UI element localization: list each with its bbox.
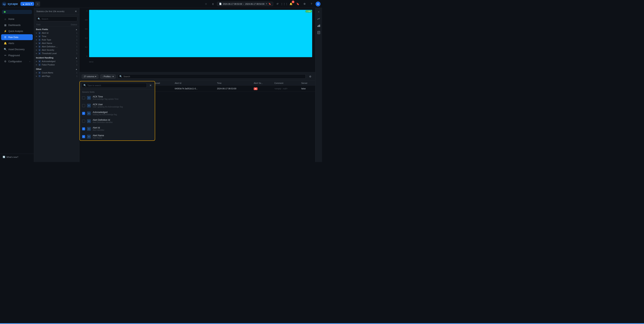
col-field-alert-name[interactable]: ♦ Alert Name Alert Name xyxy=(80,133,155,140)
help-button[interactable]: ? xyxy=(309,1,314,6)
col-field-alert-definition-id[interactable]: ♦ Alert Definition Id Alert Definition I… xyxy=(80,117,155,125)
stats-close-button[interactable]: ✕ xyxy=(75,10,77,13)
refresh-button[interactable]: ↺ xyxy=(275,1,280,6)
other-toggle[interactable]: ▲ xyxy=(76,68,78,70)
col-field-acknowledged[interactable]: ♦ Acknowledged Setting the Acknowledge f… xyxy=(80,110,155,117)
col-checkbox-ack-time[interactable] xyxy=(82,96,85,99)
sidebar-item-home[interactable]: ⌂ Home xyxy=(1,16,33,22)
list-item[interactable]: ▶ ♦ Threshold Level 1 xyxy=(34,52,79,55)
col-field-name: ACK Time xyxy=(93,96,152,98)
expand-icon: ▶ xyxy=(36,46,37,48)
list-item[interactable]: ▶ ♦ Acknowledged 1 xyxy=(34,60,79,63)
table-settings-button[interactable]: ⚙ xyxy=(308,74,313,79)
chart-y-labels: 1 0.8 0.6 0.4 0.2 0 xyxy=(82,10,88,57)
sidebar-item-dashboards[interactable]: ▦ Dashboards xyxy=(1,22,33,28)
list-item[interactable]: ▶ ♦ Time 1 xyxy=(34,35,79,38)
col-field-ack-user[interactable]: ♦ ACK User User updating the Acknowledge… xyxy=(80,102,155,110)
other-label: Other xyxy=(36,68,42,70)
list-item[interactable]: ▶ ♦ Count Alerts 1 xyxy=(34,71,79,74)
sidebar-item-asset-discovery[interactable]: 🔍 Asset Discovery xyxy=(1,46,33,52)
add-tab-button[interactable]: + xyxy=(35,2,40,6)
stats-header: Statistics (for first 10k records) ✕ xyxy=(34,8,79,15)
col-search-input[interactable] xyxy=(88,84,145,86)
chevron-up-button[interactable]: ^ xyxy=(316,10,322,15)
expand-icon: ▶ xyxy=(36,60,37,62)
sidebar-footer[interactable]: 🔄 What's new? xyxy=(0,154,34,160)
profiles-button[interactable]: - Profiles - ▾ xyxy=(100,74,116,79)
field-name: alertTags xyxy=(42,75,75,77)
col-field-alert-id[interactable]: ♦ Alert Id Alert Identifier xyxy=(80,125,155,133)
field-count: 1 xyxy=(76,42,78,44)
col-field-name: Alert Name xyxy=(93,134,152,137)
expand-icon: ▶ xyxy=(36,75,37,77)
configuration-icon: ⚙ xyxy=(4,60,7,63)
sidebar-label-configuration: Configuration xyxy=(8,60,22,63)
sidebar-item-playground[interactable]: ✏ Playground xyxy=(1,52,33,58)
sidebar-item-configuration[interactable]: ⚙ Configuration › xyxy=(1,58,33,64)
col-search[interactable]: 🔍 xyxy=(82,83,147,88)
document-view-button[interactable] xyxy=(316,30,322,35)
table-section: 27 columns ▾ - Profiles - ▾ 🔍 ⚙ xyxy=(80,72,315,162)
col-field-icon-ack-user: ♦ xyxy=(87,104,91,108)
incident-handling-label: Incident Handling xyxy=(36,56,53,59)
bar-chart-button[interactable] xyxy=(316,23,322,28)
columns-button[interactable]: 27 columns ▾ xyxy=(82,74,98,79)
timeline-button[interactable] xyxy=(316,16,322,22)
logo: sy sycape xyxy=(2,1,18,6)
list-item[interactable]: ▶ ♦ Rule Type 1 xyxy=(34,38,79,42)
filter-button[interactable]: ⧖ xyxy=(210,1,216,6)
settings-button[interactable]: ⚙ xyxy=(302,1,307,6)
notification-badge: 1 xyxy=(292,0,294,3)
table-search-input[interactable] xyxy=(123,75,304,78)
list-item[interactable]: ▶ ♦ Alert Name 1 xyxy=(34,42,79,45)
clear-icon[interactable]: ✕ xyxy=(266,3,267,5)
stats-search-input[interactable] xyxy=(42,18,76,20)
sidebar-label-playground: Playground xyxy=(8,54,20,57)
basic-fields-toggle[interactable]: ▲ xyxy=(76,28,78,30)
col-header-comment: Comment xyxy=(272,81,300,86)
list-item[interactable]: ▶ ? alertTags 1 xyxy=(34,74,79,78)
list-item[interactable]: ▶ ♦ Alert Id 1 xyxy=(34,31,79,35)
list-item[interactable]: ▶ ♦ Alert Definition ... 1 xyxy=(34,45,79,48)
stats-section-incident-handling: Incident Handling ▲ xyxy=(34,55,79,60)
col-checkbox-alert-name[interactable] xyxy=(82,135,85,138)
field-count: 1 xyxy=(76,75,78,77)
col-close-button[interactable]: ✕ xyxy=(148,83,153,88)
table-toolbar: 27 columns ▾ - Profiles - ▾ 🔍 ⚙ xyxy=(80,72,315,81)
user-avatar[interactable]: A xyxy=(316,2,320,6)
chart-container: 1 0.8 0.6 0.4 0.2 0 1 Hits 08:53 xyxy=(80,8,315,72)
active-tab[interactable]: ▲ alerts ▾ xyxy=(20,2,34,6)
col-field-name: Alert Id xyxy=(93,126,152,129)
field-icon: ♦ xyxy=(38,60,41,62)
table-search[interactable]: 🔍 xyxy=(118,74,306,79)
col-checkbox-acknowledged[interactable] xyxy=(82,112,85,115)
list-item[interactable]: ▶ ♦ Alert Severity 1 xyxy=(34,48,79,52)
field-count: 1 xyxy=(76,60,78,62)
field-count: 1 xyxy=(76,72,78,74)
col-checkbox-alert-id[interactable] xyxy=(82,127,85,130)
apps-button[interactable]: ⋮⋮⋮ xyxy=(282,1,287,6)
dashboards-icon: ▦ xyxy=(4,24,7,26)
tab-icon: ▲ xyxy=(22,3,24,5)
col-header-server: Server xyxy=(300,81,315,86)
row-severity: M xyxy=(252,86,272,92)
col-checkbox-ack-user[interactable] xyxy=(82,104,85,107)
sidebar-item-quick-analysis[interactable]: ⚡ Quick Analysis xyxy=(1,28,33,34)
sidebar-item-raw-data[interactable]: ☰ Raw Data xyxy=(1,34,33,40)
sidebar-item-alerts[interactable]: 🔔 Alerts xyxy=(1,40,33,46)
col-checkbox-alert-definition-id[interactable] xyxy=(82,120,85,123)
sidebar-label-alerts: Alerts xyxy=(8,42,14,45)
star-button[interactable]: ☆ xyxy=(204,1,209,6)
chart-bar: 1 Hits xyxy=(89,10,312,57)
col-field-ack-time[interactable]: ♦ ACK Time Acknowledge flag update Time xyxy=(80,94,155,102)
stats-search[interactable]: 🔍 xyxy=(36,16,78,22)
bookmark-button[interactable]: 🔖 xyxy=(295,1,300,6)
field-icon: ♦ xyxy=(38,38,41,41)
bookmark-icon[interactable]: 🔖 xyxy=(268,3,271,5)
time-range[interactable]: 📄 2024-06-17 08:53:00 › 2024-06-17 08:54… xyxy=(217,2,273,6)
col-field-name: Alert Definition Id xyxy=(93,119,152,121)
expand-icon: ▶ xyxy=(36,39,37,41)
incident-handling-toggle[interactable]: ▲ xyxy=(76,57,78,59)
row-alert-id: 64093e74-3a051b11-0... xyxy=(173,86,215,92)
list-item[interactable]: ▶ ♦ False Positive 1 xyxy=(34,63,79,66)
